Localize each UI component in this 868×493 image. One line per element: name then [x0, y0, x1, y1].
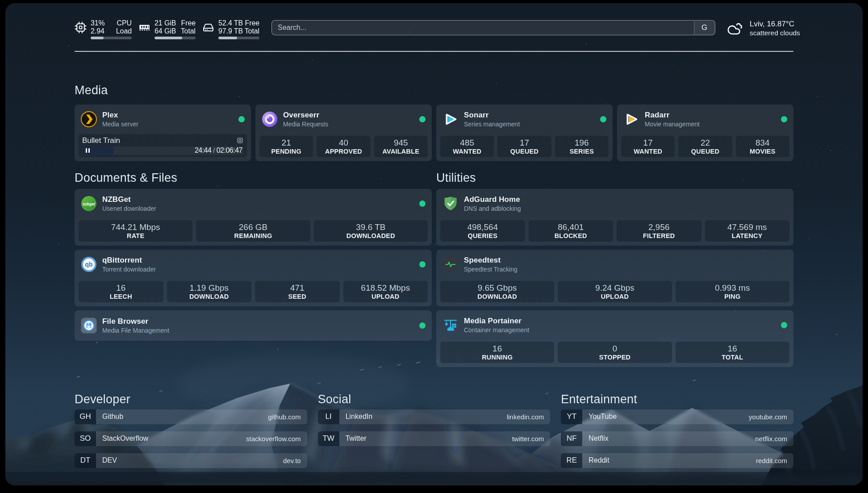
- stat-value: 1.19 Gbps: [189, 283, 229, 293]
- stat-label: AVAILABLE: [383, 148, 420, 155]
- stat-ping: 0.993 msPING: [676, 281, 789, 302]
- status-dot: [600, 116, 606, 122]
- bookmark-stackoverflow[interactable]: SO StackOverflowstackoverflow.com: [75, 431, 307, 446]
- player-icon: [237, 137, 243, 144]
- cpu-icon: [75, 21, 87, 33]
- stat-label: QUEUED: [510, 148, 538, 155]
- section-documents-files: Documents & Files nzbget NZBGet Usenet d…: [75, 171, 432, 341]
- stat-label: QUERIES: [467, 232, 497, 240]
- cpu-load-label: Load: [116, 27, 132, 35]
- weather-widget[interactable]: Lviv, 16.87°C scattered clouds: [727, 19, 793, 38]
- bookmark-reddit[interactable]: RE Redditreddit.com: [561, 453, 793, 468]
- svg-text:qb: qb: [85, 261, 92, 268]
- pause-bar: [88, 148, 90, 153]
- stat-remaining: 266 GBREMAINING: [196, 220, 310, 242]
- stat-latency: 47.569 msLATENCY: [705, 220, 790, 242]
- bookmark-url: github.com: [268, 413, 300, 421]
- filebrowser-card[interactable]: File Browser Media File Management: [75, 310, 432, 341]
- stat-wanted: 17WANTED: [621, 136, 675, 157]
- search-bar: G: [271, 20, 715, 35]
- bookmark-abbr: NF: [561, 431, 582, 446]
- stat-label: LATENCY: [732, 232, 763, 240]
- stat-value: 39.6 TB: [356, 222, 385, 232]
- stat-pending: 21PENDING: [259, 136, 313, 157]
- bookmark-dev[interactable]: DT DEVdev.to: [75, 453, 307, 468]
- stat-seed: 471SEED: [255, 281, 340, 302]
- stat-label: BLOCKED: [555, 232, 587, 240]
- section-utilities: Utilities AdGuard Home DNS and adblockin…: [436, 171, 793, 367]
- search-provider-button[interactable]: G: [694, 21, 715, 35]
- bookmark-twitter[interactable]: TW Twittertwitter.com: [318, 431, 551, 446]
- status-dot: [419, 322, 426, 329]
- stat-value: 9.24 Gbps: [595, 283, 634, 293]
- bookmark-url: reddit.com: [756, 457, 787, 464]
- plex-card[interactable]: Plex Media server Bullet Train: [75, 104, 251, 161]
- app-subtitle: Series management: [464, 121, 520, 128]
- stat-value: 266 GB: [239, 222, 267, 232]
- plex-icon: [81, 111, 97, 127]
- app-subtitle: Media server: [102, 121, 138, 128]
- stat-label: PING: [724, 293, 740, 301]
- scattered-clouds-icon: [727, 22, 742, 36]
- stat-download: 9.65 GbpsDOWNLOAD: [440, 281, 554, 302]
- overseerr-card[interactable]: Overseerr Media Requests 21PENDING 40APP…: [255, 104, 432, 161]
- app-subtitle: Media File Management: [102, 327, 169, 334]
- stat-label: UPLOAD: [601, 293, 629, 301]
- memory-free: 21 GiB: [154, 19, 176, 27]
- cpu-percent: 31%: [91, 19, 105, 27]
- hard-drive-icon: [202, 21, 214, 33]
- nzbget-card[interactable]: nzbget NZBGet Usenet downloader 744.21 M…: [75, 189, 432, 246]
- sonarr-icon: [442, 111, 459, 127]
- bookmark-group-social: Social LI LinkedInlinkedin.com TW Twitte…: [318, 392, 551, 468]
- svg-text:nzbget: nzbget: [83, 201, 96, 206]
- progress-fill: [91, 37, 104, 39]
- stat-label: REMAINING: [234, 232, 272, 240]
- bookmark-github[interactable]: GH Githubgithub.com: [75, 409, 307, 424]
- stat-value: 86,401: [558, 222, 584, 232]
- stat-blocked: 86,401BLOCKED: [529, 220, 613, 242]
- stat-value: 834: [755, 138, 770, 148]
- playback-position: 24:44: [195, 146, 212, 154]
- bookmark-abbr: LI: [318, 409, 339, 424]
- stat-value: 744.21 Mbps: [111, 222, 160, 232]
- stat-value: 9.65 Gbps: [478, 283, 517, 293]
- disk-total: 97.9 TB: [218, 27, 243, 35]
- status-dot: [781, 322, 787, 328]
- pause-button[interactable]: [86, 148, 90, 153]
- bookmark-linkedin[interactable]: LI LinkedInlinkedin.com: [318, 409, 551, 424]
- adguard-card[interactable]: AdGuard Home DNS and adblocking 498,564Q…: [436, 189, 793, 246]
- stat-label: DOWNLOADED: [346, 232, 395, 240]
- stat-label: LEECH: [110, 293, 132, 301]
- speedtest-card[interactable]: Speedtest Speedtest Tracking 9.65 GbpsDO…: [436, 250, 793, 306]
- stat-label: MOVIES: [750, 148, 776, 155]
- memory-free-label: Free: [181, 19, 196, 27]
- disk-free: 52.4 TB: [218, 19, 243, 27]
- stat-label: RUNNING: [482, 354, 513, 361]
- bookmark-netflix[interactable]: NF Netflixnetflix.com: [561, 431, 793, 446]
- stat-label: WANTED: [634, 148, 662, 155]
- bookmark-abbr: YT: [561, 409, 582, 424]
- stat-value: 16: [728, 343, 737, 354]
- section-heading-entertainment: Entertainment: [561, 392, 793, 406]
- search-input[interactable]: [271, 20, 715, 35]
- section-heading-documents: Documents & Files: [75, 171, 432, 185]
- status-dot: [238, 116, 245, 122]
- sonarr-card[interactable]: Sonarr Series management 485WANTED 17QUE…: [436, 104, 613, 161]
- playback-progress-fill: [82, 146, 113, 155]
- stat-filtered: 2,956FILTERED: [617, 220, 701, 242]
- radarr-card[interactable]: Radarr Movie management 17WANTED 22QUEUE…: [617, 104, 793, 161]
- cpu-label: CPU: [117, 19, 132, 27]
- stat-value: 498,564: [467, 222, 498, 232]
- stat-download: 1.19 GbpsDOWNLOAD: [167, 281, 252, 302]
- status-dot: [781, 116, 787, 122]
- stat-label: RATE: [127, 232, 144, 240]
- app-title: Overseerr: [283, 110, 328, 120]
- bookmark-abbr: DT: [75, 453, 96, 468]
- app-subtitle: Media Requests: [283, 121, 328, 128]
- portainer-card[interactable]: Media Portainer Container management 16R…: [436, 310, 793, 367]
- stat-label: DOWNLOAD: [189, 293, 229, 301]
- qbittorrent-card[interactable]: qb qBittorrent Torrent downloader 16LEEC…: [75, 250, 432, 306]
- stat-value: 17: [643, 138, 653, 148]
- cpu-widget: 31%CPU 2.94Load: [75, 18, 132, 39]
- bookmark-youtube[interactable]: YT YouTubeyoutube.com: [561, 409, 793, 424]
